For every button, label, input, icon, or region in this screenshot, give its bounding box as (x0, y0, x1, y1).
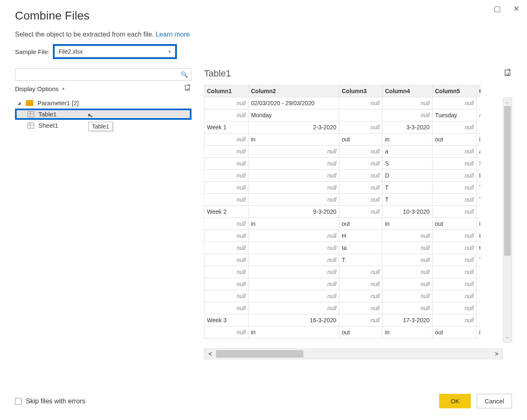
table-cell: null (204, 230, 249, 242)
vertical-scrollbar[interactable]: ︿ ﹀ (503, 97, 512, 343)
preview-table: Column1Column2Column3Column4Column5Colu … (204, 85, 480, 338)
table-cell (477, 290, 481, 302)
table-cell: 10-3-2020 (383, 206, 433, 218)
table-cell: null (249, 194, 339, 206)
table-row: nullinoutinouti (204, 133, 481, 146)
skip-errors-checkbox[interactable] (15, 398, 22, 405)
table-cell: T (383, 182, 433, 194)
table-cell: null (204, 278, 249, 290)
table-cell: 02/03/2020 - 29/03/2020 (249, 97, 339, 109)
table-cell: Week 2 (204, 206, 249, 218)
sample-file-value: File2.xlsx (58, 48, 82, 55)
table-cell: out (433, 218, 477, 230)
column-header[interactable]: Column3 (339, 85, 383, 97)
table-cell: out (339, 218, 383, 230)
scroll-right-icon[interactable]: > (491, 351, 502, 357)
learn-more-link[interactable]: Learn more (156, 31, 190, 38)
table-row: nullnulltanullnullt (204, 242, 481, 254)
table-cell: in (383, 326, 433, 338)
table-cell: Week 1 (204, 121, 249, 133)
navigator-tree: ◢ Parameter1 [2] Table1 ↖ Table1 Sheet1 (15, 97, 191, 131)
horizontal-scrollbar[interactable]: < > (204, 348, 503, 359)
display-options-dropdown[interactable]: Display Options ▼ (15, 85, 65, 92)
table-cell: S (383, 158, 433, 170)
tree-folder-root[interactable]: ◢ Parameter1 [2] (15, 97, 191, 109)
table-cell: out (433, 133, 477, 146)
table-cell: out (339, 326, 383, 338)
dialog-title: Combine Files (15, 9, 512, 22)
table-cell: null (204, 266, 249, 278)
table-cell: i (477, 326, 481, 338)
maximize-button[interactable]: ▢ (491, 3, 503, 14)
scroll-left-icon[interactable]: < (204, 351, 216, 357)
table-cell: null (433, 302, 477, 314)
table-cell: i (477, 133, 481, 146)
table-cell: null (383, 242, 433, 254)
table-cell: 3-3-2020 (383, 121, 433, 133)
table-cell: null (339, 97, 383, 109)
column-header[interactable]: Column5 (433, 85, 477, 97)
navigator-search-box[interactable]: 🔍 (15, 68, 191, 81)
table-cell: null (339, 158, 383, 170)
table-row: nullnullT.nullnullT (204, 254, 481, 266)
search-input[interactable] (19, 71, 181, 78)
column-header[interactable]: Column1 (204, 85, 249, 97)
table-cell: null (204, 218, 249, 230)
table-cell: t (477, 242, 481, 254)
table-row: nullnullnullanulla (204, 146, 481, 158)
sample-file-dropdown[interactable]: File2.xlsx ▼ (55, 46, 175, 57)
table-cell: null (204, 194, 249, 206)
table-cell: a (477, 146, 481, 158)
table-cell: null (204, 133, 249, 146)
column-header[interactable]: Column4 (383, 85, 433, 97)
table-cell: null (204, 290, 249, 302)
table-cell: null (249, 170, 339, 182)
ok-button[interactable]: OK (439, 394, 471, 408)
table-cell: null (249, 158, 339, 170)
subtitle-text: Select the object to be extracted from e… (15, 31, 156, 38)
table-row: nullnullnullnullnull (204, 302, 481, 314)
table-cell: null (249, 278, 339, 290)
table-row: Week 29-3-2020null10-3-2020null (204, 206, 481, 218)
table-row: nullinoutinouti (204, 218, 481, 230)
scroll-up-icon[interactable]: ︿ (503, 98, 512, 106)
table-cell: null (433, 121, 477, 133)
table-cell: null (249, 242, 339, 254)
scroll-thumb[interactable] (504, 106, 511, 256)
close-button[interactable]: ✕ (511, 3, 522, 14)
table-cell: null (433, 266, 477, 278)
table-row: Week 12-3-2020null3-3-2020null (204, 121, 481, 133)
column-header[interactable]: Column2 (249, 85, 339, 97)
table-cell (477, 206, 481, 218)
sample-file-label: Sample File: (15, 48, 50, 55)
table-cell: null (433, 206, 477, 218)
table-cell: T. (339, 254, 383, 266)
table-cell: null (339, 194, 383, 206)
skip-errors-label: Skip files with errors (26, 398, 85, 405)
table-cell: a (383, 146, 433, 158)
table-cell: null (204, 254, 249, 266)
cursor-icon: ↖ (87, 111, 94, 121)
navigator-refresh-icon[interactable] (184, 84, 191, 93)
table-cell: null (339, 302, 383, 314)
table-cell: out (433, 326, 477, 338)
table-row: Week 316-3-2020null17-3-2020null (204, 314, 481, 326)
table-cell: T (383, 194, 433, 206)
hscroll-thumb[interactable] (216, 350, 303, 358)
table-cell: 17-3-2020 (383, 314, 433, 326)
table-cell: null (339, 182, 383, 194)
cancel-button[interactable]: Cancel (477, 394, 512, 408)
table-cell: null (433, 146, 477, 158)
preview-refresh-icon[interactable] (504, 69, 512, 79)
table-row: nullnullnullDnullD (204, 170, 481, 182)
column-header[interactable]: Colu (477, 85, 481, 97)
collapse-icon[interactable]: ◢ (17, 101, 22, 105)
tree-item-label: Table1 (38, 111, 57, 118)
table-cell: null (204, 158, 249, 170)
table-cell: null (249, 146, 339, 158)
table-cell: null (383, 254, 433, 266)
scroll-down-icon[interactable]: ﹀ (503, 334, 512, 342)
table-icon (27, 111, 34, 117)
table-cell: null (433, 278, 477, 290)
tree-item-table1[interactable]: Table1 ↖ Table1 (15, 109, 191, 120)
